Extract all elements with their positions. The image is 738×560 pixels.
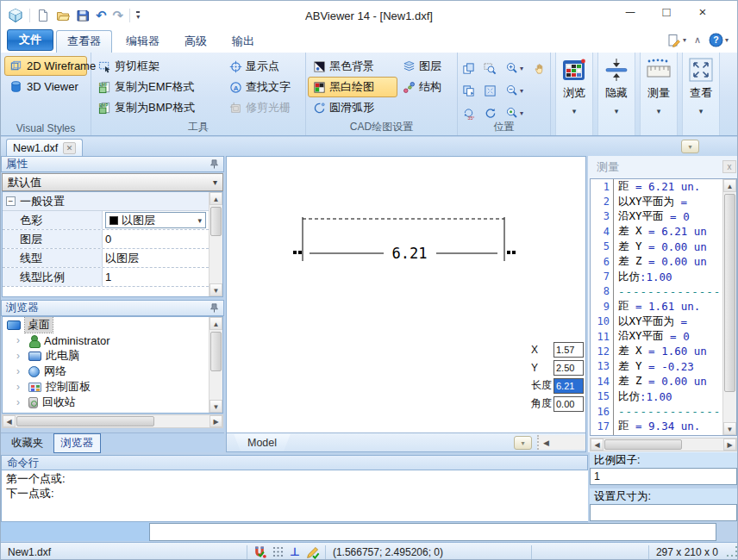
expand-chevron-icon[interactable]: › <box>16 350 24 362</box>
measure-line[interactable]: 5差 Y = 0.00 un <box>591 240 722 254</box>
measure-scrollbar[interactable]: ▲ ▼ <box>722 179 736 435</box>
crop-raster-button[interactable]: 修剪光栅 <box>224 97 296 118</box>
canvas-horizontal-scrollbar[interactable]: ◀ <box>537 435 585 450</box>
scroll-up-icon[interactable]: ▲ <box>210 192 222 205</box>
osnap-draw-icon[interactable] <box>306 545 320 559</box>
tree-item[interactable]: ›控制面板 <box>3 379 222 395</box>
measure-line[interactable]: 4差 X = 6.21 un <box>591 224 722 239</box>
copy-bmp-button[interactable]: BMP 复制为BMP格式 <box>93 97 224 118</box>
property-group-row[interactable]: − 一般设置 <box>3 192 209 211</box>
command-input-field[interactable] <box>149 523 716 541</box>
measure-horizontal-scrollbar[interactable]: ◀ ▶ <box>590 438 737 451</box>
hide-button[interactable]: 隐藏 ▾ <box>597 53 635 135</box>
zoom-in-button[interactable]: ▾ <box>505 57 534 79</box>
property-row[interactable]: 线型比例1 <box>3 268 209 287</box>
grid-icon[interactable] <box>272 546 284 557</box>
color-dropdown[interactable]: 以图层▾ <box>105 212 206 228</box>
close-button[interactable]: × <box>691 4 715 19</box>
resize-grip[interactable] <box>727 546 738 558</box>
maximize-button[interactable]: □ <box>654 4 679 19</box>
copy-view-icon[interactable] <box>462 57 484 79</box>
style-options-icon[interactable]: ▾ <box>667 34 686 47</box>
browse-button[interactable]: 浏览 ▾ <box>555 53 593 135</box>
clip-frame-button[interactable]: 剪切框架 <box>93 56 224 77</box>
measure-line[interactable]: 17距 = 9.34 un. <box>591 419 722 433</box>
drawing-canvas[interactable]: 6.21 X1.57Y2.50长度6.21角度0.00 Model ▾ ◀ <box>226 156 586 452</box>
close-icon[interactable]: x <box>722 160 736 173</box>
tab-file[interactable]: 文件 <box>7 29 53 51</box>
properties-scrollbar[interactable]: ▲ ▼ <box>209 192 222 296</box>
measure-line[interactable]: 14差 Z = 0.00 un <box>591 374 722 389</box>
scroll-up-icon[interactable]: ▲ <box>210 317 222 330</box>
zoom-window-icon[interactable] <box>484 57 505 79</box>
open-file-button[interactable] <box>56 9 70 22</box>
save-button[interactable] <box>76 9 90 22</box>
command-input-selection[interactable] <box>1 522 149 541</box>
tab-output[interactable]: 输出 <box>221 30 266 53</box>
paste-view-icon[interactable] <box>462 79 484 102</box>
collapse-icon[interactable]: − <box>6 196 16 206</box>
scrollbar-thumb[interactable] <box>210 332 222 371</box>
property-row[interactable]: 图层0 <box>3 230 209 249</box>
measure-line[interactable]: 9距 = 1.61 un. <box>591 299 722 314</box>
measure-button[interactable]: 测量 ▾ <box>640 53 678 135</box>
tab-editor[interactable]: 编辑器 <box>115 30 171 53</box>
tree-item[interactable]: ›网络 <box>3 364 222 379</box>
help-icon[interactable]: ?▾ <box>709 33 729 47</box>
pan-hand-icon[interactable] <box>534 57 553 79</box>
zoom-out-button[interactable]: ▾ <box>505 79 534 102</box>
minimize-ribbon-icon[interactable]: ∧ <box>694 34 701 46</box>
document-tab[interactable]: New1.dxf ✕ <box>6 139 83 156</box>
structure-button[interactable]: 结构 <box>397 77 447 97</box>
coord-input[interactable]: 1.57 <box>554 342 584 358</box>
scroll-right-icon[interactable]: ▶ <box>723 439 736 451</box>
minimize-button[interactable]: ─ <box>618 4 642 19</box>
black-background-button[interactable]: 黑色背景 <box>308 56 397 77</box>
tab-advanced[interactable]: 高级 <box>173 30 218 53</box>
property-row[interactable]: 色彩以图层▾ <box>3 211 209 230</box>
redo-button[interactable]: ↷ <box>113 9 124 22</box>
scroll-down-icon[interactable]: ▼ <box>210 400 222 413</box>
3d-viewer-button[interactable]: 3D Viewer <box>4 77 87 96</box>
pin-icon[interactable] <box>210 303 219 313</box>
bw-drawing-button[interactable]: 黑白绘图 <box>308 77 397 97</box>
tree-item-desktop[interactable]: 桌面 <box>3 317 222 333</box>
measure-line[interactable]: 16---------------------- <box>591 404 722 419</box>
measure-line[interactable]: 7比仿:1.00 <box>591 269 722 283</box>
new-file-button[interactable] <box>36 9 50 22</box>
measure-line[interactable]: 11沿XY平面 = 0 <box>591 329 722 344</box>
view-button[interactable]: 查看 ▾ <box>682 53 720 135</box>
copy-emf-button[interactable]: EMF 复制为EMF格式 <box>93 77 224 97</box>
tree-item[interactable]: ›Administrator <box>3 333 222 348</box>
scrollbar-thumb[interactable] <box>210 207 222 236</box>
tree-item[interactable]: ›此电脑 <box>3 348 222 364</box>
set-dimension-input[interactable] <box>590 504 737 521</box>
pin-icon[interactable] <box>210 159 219 169</box>
panel-tab-browser[interactable]: 浏览器 <box>53 433 102 453</box>
zoom-fit-icon[interactable] <box>484 79 505 102</box>
expand-chevron-icon[interactable]: › <box>16 396 24 408</box>
scroll-up-icon[interactable]: ▲ <box>723 179 736 192</box>
ortho-mode-icon[interactable]: ⊥ <box>290 545 300 558</box>
coord-input[interactable]: 6.21 <box>554 378 584 394</box>
coord-input[interactable]: 0.00 <box>554 396 584 412</box>
layers-button[interactable]: 图层 <box>397 56 447 77</box>
snap-magnet-icon[interactable] <box>253 545 266 559</box>
undo-button[interactable]: ↶ <box>96 9 107 22</box>
measure-line[interactable]: 13差 Y = -0.23 <box>591 359 722 374</box>
scroll-left-icon[interactable]: ◀ <box>3 415 16 427</box>
preset-dropdown[interactable]: 默认值 ▾ <box>2 173 223 191</box>
layout-chevron-icon[interactable]: ▾ <box>514 436 532 450</box>
scroll-right-icon[interactable]: ▶ <box>210 415 222 427</box>
scroll-down-icon[interactable]: ▼ <box>723 422 736 435</box>
customize-toolbar-icon[interactable]: ▾ <box>136 11 140 20</box>
smooth-arcs-button[interactable]: 圆滑弧形 <box>308 97 397 118</box>
app-logo-icon[interactable] <box>8 8 23 23</box>
tree-item[interactable]: ›回收站 <box>3 395 222 410</box>
tab-close-icon[interactable]: ✕ <box>63 142 76 154</box>
expand-chevron-icon[interactable]: › <box>16 334 24 346</box>
measure-line[interactable]: 3沿XY平面 = 0 <box>591 209 722 224</box>
measure-line[interactable]: 18以XY平面为 <box>591 434 722 436</box>
tab-viewer[interactable]: 查看器 <box>56 30 112 53</box>
find-text-button[interactable]: A 查找文字 <box>224 77 296 97</box>
